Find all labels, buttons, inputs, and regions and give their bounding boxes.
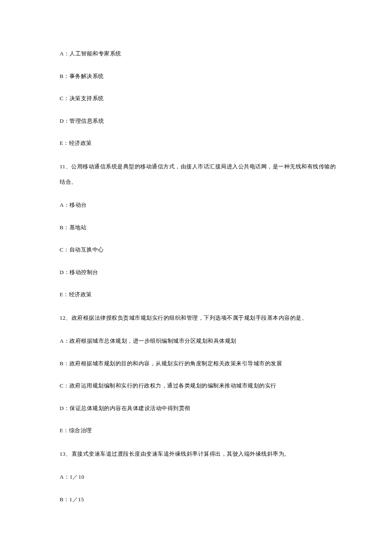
q10-option-c: C：决策支持系统 [60,92,337,106]
q10-option-b: B：事务解决系统 [60,69,337,84]
q11-stem: 11、公用移动通信系统是典型的移动通信方式，由接人市话汇接局进入公共电话网，是一… [60,159,337,190]
document-page: A：人工智能和专家系统 B：事务解决系统 C：决策支持系统 D：管理信息系统 E… [0,0,392,555]
q12-option-e: E：综合治理 [60,424,337,438]
q12-option-c: C：政府运用规划编制和实行的行政权力，通过各类规划的编制来推动城市规划的实行 [60,379,337,393]
q13-option-a: A：1／10 [60,470,337,484]
q11-option-d: D：移动控制台 [60,266,337,280]
q12-option-d: D：保证总体规划的内容在具体建设活动中得到贯彻 [60,402,337,416]
q13-stem: 13、直接式变速车道过渡段长度由变速车道外缘线斜率计算得出，其驶入端外缘线斜率为… [60,446,337,462]
q13-option-b: B：1／15 [60,493,337,507]
q10-option-d: D：管理信息系统 [60,114,337,128]
q10-option-e: E：经济政策 [60,136,337,150]
q12-option-b: B：政府根据城市规划的目的和内容，从规划实行的角度制定相关政策来引导城市的发展 [60,357,337,371]
q12-option-a: A：政府根据城市总体规划，进一步组织编制城市分区规划和具体规划 [60,334,337,348]
q11-option-c: C：自动互换中心 [60,243,337,257]
q12-stem: 12、政府根据法律授权负责城市规划实行的组织和管理，下列选项不属于规划手段基本内… [60,310,337,326]
q11-option-a: A：移动台 [60,198,337,212]
q11-option-e: E：经济政策 [60,288,337,302]
q10-option-a: A：人工智能和专家系统 [60,47,337,61]
q11-option-b: B：基地站 [60,221,337,235]
